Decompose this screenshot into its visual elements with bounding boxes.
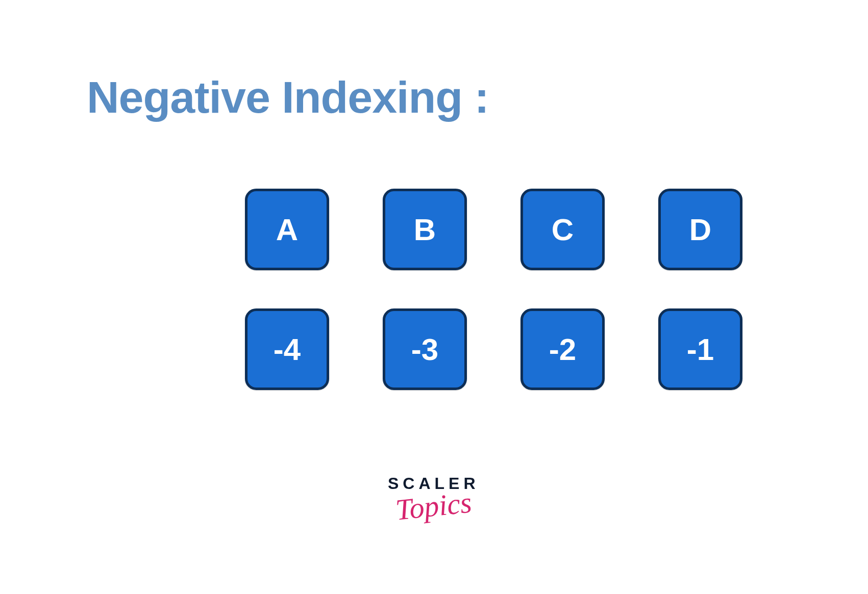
index-tile: -2 — [520, 308, 605, 390]
letter-tile: C — [520, 189, 605, 270]
indices-row: -4 -3 -2 -1 — [245, 308, 742, 390]
indexing-diagram: A B C D -4 -3 -2 -1 — [245, 189, 742, 390]
logo-text-topics: Topics — [394, 485, 474, 527]
scaler-topics-logo: SCALER Topics — [388, 474, 480, 523]
letter-tile: D — [658, 189, 742, 270]
letter-tile: A — [245, 189, 329, 270]
index-tile: -1 — [658, 308, 742, 390]
letter-tile: B — [383, 189, 467, 270]
index-tile: -3 — [383, 308, 467, 390]
page-title: Negative Indexing : — [87, 71, 489, 123]
letters-row: A B C D — [245, 189, 742, 270]
index-tile: -4 — [245, 308, 329, 390]
